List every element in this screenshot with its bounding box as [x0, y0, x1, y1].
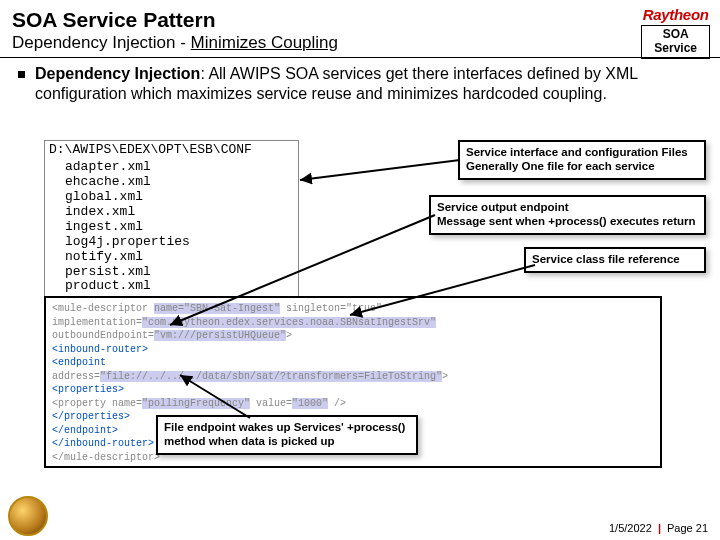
callout-line: method when data is picked up — [164, 435, 410, 449]
xml-line: <property name="pollingFrequency" value=… — [52, 397, 654, 411]
callout-class-reference: Service class file reference — [524, 247, 706, 273]
arrow-icon — [295, 150, 465, 190]
subtitle-plain: Dependency Injection - — [12, 33, 191, 52]
footer-divider: | — [655, 522, 664, 534]
bullet-item: Dependency Injection: All AWIPS SOA serv… — [18, 64, 702, 104]
callout-line: Service interface and configuration File… — [466, 146, 698, 160]
tag-line2: Service — [654, 42, 697, 56]
file-listing: D:\AWIPS\EDEX\OPT\ESB\CONF adapter.xml e… — [44, 140, 299, 299]
tag-box: SOA Service — [641, 25, 710, 59]
file-item: ehcache.xml — [65, 174, 151, 189]
xml-line: implementation="com.raytheon.edex.servic… — [52, 316, 654, 330]
callout-config-files: Service interface and configuration File… — [458, 140, 706, 180]
callout-line: Service class file reference — [532, 253, 698, 267]
file-item: persist.xml — [65, 264, 151, 279]
file-item: ingest.xml — [65, 219, 143, 234]
file-item: product.xml — [65, 278, 151, 293]
bullet-term: Dependency Injection — [35, 65, 200, 82]
xml-line: address="file://../../../data/sbn/sat/?t… — [52, 370, 654, 384]
file-item: notify.xml — [65, 249, 143, 264]
callout-file-endpoint: File endpoint wakes up Services' +proces… — [156, 415, 418, 455]
file-item: index.xml — [65, 204, 135, 219]
tag-line1: SOA — [654, 28, 697, 42]
footer-date: 1/5/2022 — [609, 522, 652, 534]
header-rule — [0, 57, 720, 58]
file-item: log4j.properties — [65, 234, 190, 249]
xml-line: outboundEndpoint="vm:///persistUHQueue"> — [52, 329, 654, 343]
callout-line: File endpoint wakes up Services' +proces… — [164, 421, 410, 435]
xml-line: <properties> — [52, 383, 654, 397]
footer-page: Page 21 — [667, 522, 708, 534]
svg-line-0 — [300, 160, 460, 180]
xml-line: <mule-descriptor name="SBN-Sat-Ingest" s… — [52, 302, 654, 316]
slide-body: Dependency Injection: All AWIPS SOA serv… — [0, 64, 720, 104]
file-path: D:\AWIPS\EDEX\OPT\ESB\CONF — [45, 141, 298, 160]
seal-icon — [8, 496, 48, 536]
callout-output-endpoint: Service output endpoint Message sent whe… — [429, 195, 706, 235]
slide-title: SOA Service Pattern — [12, 8, 708, 32]
slide-header: SOA Service Pattern Dependency Injection… — [0, 0, 720, 55]
file-item: adapter.xml — [65, 159, 151, 174]
slide-footer: 1/5/2022 | Page 21 — [609, 522, 708, 534]
xml-line: <inbound-router> — [52, 343, 654, 357]
bullet-icon — [18, 71, 25, 78]
callout-line: Service output endpoint — [437, 201, 698, 215]
xml-line: <endpoint — [52, 356, 654, 370]
file-item: global.xml — [65, 189, 143, 204]
callout-line: Message sent when +process() executes re… — [437, 215, 698, 229]
brand-logo: Raytheon — [641, 6, 710, 23]
file-names: adapter.xml ehcache.xml global.xml index… — [45, 160, 298, 298]
bullet-text: Dependency Injection: All AWIPS SOA serv… — [35, 64, 702, 104]
callout-line: Generally One file for each service — [466, 160, 698, 174]
subtitle-underlined: Minimizes Coupling — [191, 33, 338, 52]
slide-subtitle: Dependency Injection - Minimizes Couplin… — [12, 33, 708, 53]
logo-area: Raytheon SOA Service — [641, 6, 710, 59]
